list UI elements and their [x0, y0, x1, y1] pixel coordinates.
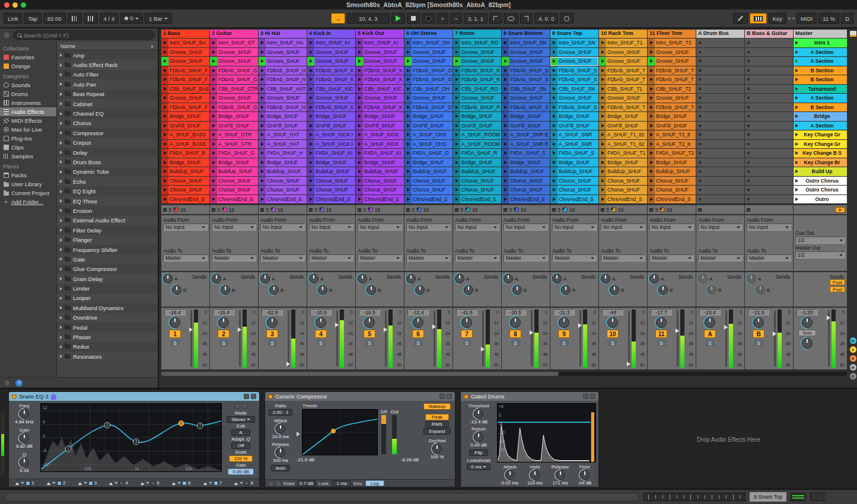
- clip[interactable]: CBb_SHUF_KIC: [307, 85, 355, 94]
- clip-play-button[interactable]: [599, 140, 606, 149]
- clip-slot[interactable]: [745, 186, 793, 194]
- clip-play-button[interactable]: [599, 149, 606, 158]
- clip-slot[interactable]: Chorus_SHUF: [259, 186, 307, 194]
- clip-slot[interactable]: [745, 122, 793, 130]
- sidebar-item-favorites[interactable]: Favorites: [0, 53, 56, 62]
- clip-slot[interactable]: FDbAb_SHUF_T: [599, 66, 647, 75]
- expand-triangle-icon[interactable]: [60, 355, 62, 358]
- clip-play-button[interactable]: [161, 186, 168, 194]
- clip-slot[interactable]: Groove_SHUF: [404, 57, 453, 66]
- expand-triangle-icon[interactable]: [60, 316, 62, 320]
- clip-stop-button[interactable]: [699, 198, 701, 200]
- clip-play-button[interactable]: [307, 48, 314, 57]
- punch-in-position-field[interactable]: 3. 1. 1: [464, 13, 488, 24]
- solo-button[interactable]: S: [754, 340, 763, 346]
- clip[interactable]: F#DA_SHUF_S: [502, 149, 550, 158]
- clip-play-button[interactable]: [404, 75, 412, 84]
- clip-slot[interactable]: ChrsAndEnd_S: [550, 195, 598, 204]
- pan-knob[interactable]: [559, 317, 569, 328]
- clip-slot[interactable]: [745, 149, 793, 158]
- empty-clip-slot[interactable]: [745, 94, 793, 103]
- track-header[interactable]: B Bass & Guitar: [745, 30, 793, 38]
- scene[interactable]: Bridge: [794, 112, 847, 121]
- clip-slot[interactable]: Groove_SHUF: [502, 94, 550, 103]
- expand-triangle-icon[interactable]: [60, 102, 62, 106]
- track-stop-button[interactable]: [601, 208, 604, 212]
- scene[interactable]: A Section: [794, 48, 847, 57]
- clip[interactable]: Groove_SHUF: [453, 48, 501, 57]
- clip-slot[interactable]: BuildUp_SHUF: [502, 167, 550, 176]
- clip-play-button[interactable]: [550, 195, 557, 204]
- clip[interactable]: Intro_SHUF_KI: [356, 39, 404, 47]
- clip[interactable]: Bridge_SHUF: [599, 158, 647, 167]
- scene-slot[interactable]: Key Change Br: [794, 158, 847, 167]
- clip-stop-button[interactable]: [699, 170, 701, 173]
- sidebar-item-samples[interactable]: Samples: [0, 152, 56, 161]
- empty-clip-slot[interactable]: [696, 130, 744, 139]
- clip-play-button[interactable]: [161, 39, 168, 47]
- clip-play-button[interactable]: [648, 158, 655, 167]
- clip-slot[interactable]: A_SHUF_ROOM: [453, 130, 501, 139]
- clip[interactable]: Groove_SHUF: [599, 48, 647, 57]
- scene[interactable]: Outro: [794, 195, 847, 204]
- clip-play-button[interactable]: [550, 186, 557, 194]
- clip[interactable]: BuildUp_SHUF: [161, 167, 209, 176]
- clip-play-button[interactable]: [550, 149, 557, 158]
- fader-handle[interactable]: [189, 327, 193, 332]
- freq-knob[interactable]: [20, 409, 29, 419]
- browser-device-row[interactable]: Channel EQ: [57, 109, 158, 118]
- clip-slot[interactable]: Intro_SHUF_GT: [210, 39, 258, 47]
- input-chooser[interactable]: No Input: [212, 224, 256, 231]
- empty-clip-slot[interactable]: [745, 39, 793, 47]
- clip-slot[interactable]: [696, 186, 744, 194]
- send-knob-a[interactable]: [504, 274, 513, 283]
- clip[interactable]: FDbAb_SHUF_K: [307, 103, 355, 112]
- clip-play-button[interactable]: [404, 48, 412, 57]
- clip-slot[interactable]: Chorus_SHUF: [307, 186, 355, 194]
- clip-stop-button[interactable]: [699, 97, 701, 99]
- clip[interactable]: ChrsAndEnd_S: [502, 195, 550, 204]
- clip[interactable]: Chorus_SHUF: [161, 186, 209, 194]
- track-activator[interactable]: 6: [412, 330, 424, 338]
- clip[interactable]: A_SHUF_OHS: [404, 140, 453, 149]
- clip[interactable]: ChrsAndEnd_S: [161, 195, 209, 204]
- clip-slot[interactable]: FDbAb_SHUF_T: [599, 75, 647, 84]
- clip-play-button[interactable]: [502, 167, 509, 176]
- browser-device-row[interactable]: Auto Pan: [57, 79, 158, 89]
- clip-slot[interactable]: FDbAb_SHUF_T: [648, 75, 696, 84]
- clip-slot[interactable]: F#DA_SHUF_G: [210, 149, 258, 158]
- track-stop-button[interactable]: [358, 208, 361, 212]
- track-stop-button[interactable]: [504, 208, 507, 212]
- clip[interactable]: Groove_SHUF: [550, 94, 598, 103]
- clip[interactable]: Groove_SHUF: [599, 57, 647, 66]
- clip-slot[interactable]: Chorus_SHUF: [502, 186, 550, 194]
- scene-slot[interactable]: A Section: [794, 48, 847, 57]
- session-view-icon[interactable]: [850, 31, 856, 37]
- clip-play-button[interactable]: [550, 66, 557, 75]
- scene[interactable]: Intro 1: [794, 39, 847, 47]
- attack-knob[interactable]: [505, 470, 515, 480]
- minimize-button[interactable]: [12, 2, 18, 8]
- clip-play-button[interactable]: [599, 66, 606, 75]
- clip-slot[interactable]: [745, 94, 793, 103]
- clip-slot[interactable]: ChrsAndEnd_S: [356, 195, 404, 204]
- clip-play-button[interactable]: [550, 75, 557, 84]
- clip-play-button[interactable]: [502, 48, 509, 57]
- clip-slot[interactable]: Intro_SHUF_RO: [453, 39, 501, 47]
- browser-device-row[interactable]: Gate: [57, 254, 158, 264]
- link-button[interactable]: Link: [4, 13, 22, 24]
- cue-out-chooser[interactable]: 1/2: [795, 237, 845, 244]
- solo-button[interactable]: S: [511, 340, 520, 346]
- clip[interactable]: Intro_SHUF_HA: [259, 39, 307, 47]
- clip-play-button[interactable]: [453, 140, 460, 149]
- clip[interactable]: F#DA_SHUF_T1: [599, 149, 647, 158]
- clip[interactable]: F#DA_SHUF_R: [453, 149, 501, 158]
- clip[interactable]: Groove_SHUF: [404, 48, 453, 57]
- clip-slot[interactable]: [696, 177, 744, 186]
- fold-device-icon[interactable]: [590, 394, 595, 399]
- clip-play-button[interactable]: [648, 149, 655, 158]
- solo-button[interactable]: S: [365, 340, 374, 346]
- clip-play-button[interactable]: [161, 66, 168, 75]
- volume-fader[interactable]: [675, 310, 680, 368]
- clip[interactable]: FDbAb_SHUF_T: [599, 66, 647, 75]
